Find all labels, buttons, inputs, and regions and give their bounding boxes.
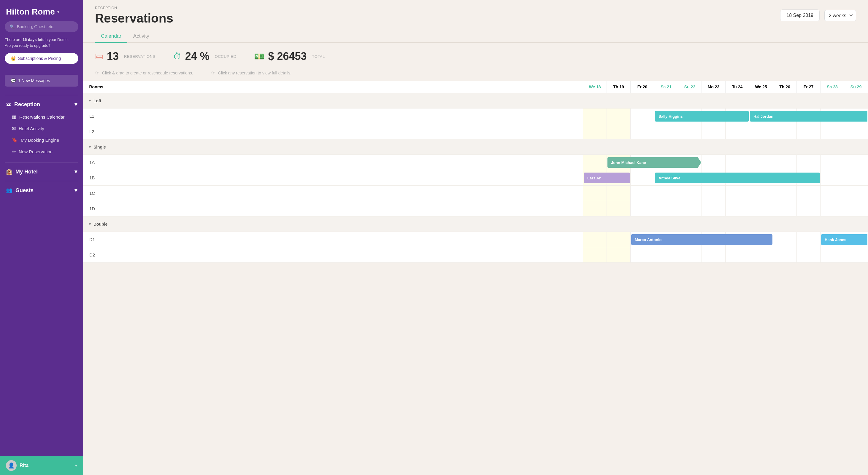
- day-cell[interactable]: [820, 124, 844, 139]
- search-bar[interactable]: 🔍 Booking, Guest, etc.: [5, 21, 79, 32]
- hotel-chevron-icon[interactable]: ▾: [57, 9, 59, 14]
- view-select[interactable]: 2 weeks 1 week 1 month: [825, 10, 856, 21]
- day-cell[interactable]: [607, 201, 630, 216]
- day-cell[interactable]: [678, 185, 702, 201]
- day-cell[interactable]: [844, 124, 868, 139]
- day-cell[interactable]: [725, 124, 749, 139]
- day-cell[interactable]: [654, 201, 678, 216]
- day-cell[interactable]: [702, 155, 725, 170]
- day-cell[interactable]: [654, 185, 678, 201]
- day-cell[interactable]: Hank Jones: [820, 232, 844, 247]
- day-cell[interactable]: [773, 185, 797, 201]
- tab-activity[interactable]: Activity: [127, 30, 155, 43]
- day-cell[interactable]: [654, 124, 678, 139]
- day-cell[interactable]: [773, 232, 797, 247]
- sidebar-item-hotel-activity[interactable]: ✉ Hotel Activity: [0, 123, 83, 134]
- section-header-reception[interactable]: 🛎 Reception ▾: [0, 98, 83, 111]
- day-cell[interactable]: [678, 247, 702, 263]
- day-cell[interactable]: Althea Silva: [654, 170, 678, 185]
- day-cell[interactable]: [820, 185, 844, 201]
- day-cell[interactable]: [678, 201, 702, 216]
- day-cell[interactable]: [725, 201, 749, 216]
- day-cell[interactable]: [583, 108, 607, 124]
- day-cell[interactable]: [630, 108, 654, 124]
- day-cell[interactable]: [844, 170, 868, 185]
- messages-button[interactable]: 💬 1 New Messages: [5, 75, 79, 87]
- day-cell[interactable]: Lars Ar: [583, 170, 607, 185]
- sidebar-item-reservations-calendar[interactable]: ▦ Reservations Calendar: [0, 111, 83, 123]
- reservation-bar[interactable]: Marco Antonio: [631, 234, 772, 245]
- day-cell[interactable]: [607, 185, 630, 201]
- reservation-bar[interactable]: Lars Ar: [584, 173, 630, 183]
- day-cell[interactable]: [725, 247, 749, 263]
- activity-icon: ✉: [12, 126, 16, 131]
- user-menu[interactable]: 👤 Rita ▾: [0, 456, 83, 475]
- day-cell[interactable]: [773, 124, 797, 139]
- day-cell[interactable]: [607, 232, 630, 247]
- day-cell[interactable]: [749, 201, 773, 216]
- day-cell[interactable]: [820, 247, 844, 263]
- reservation-bar[interactable]: John Michael Kane: [608, 157, 701, 168]
- day-cell[interactable]: [607, 247, 630, 263]
- day-cell[interactable]: [797, 124, 820, 139]
- day-cell[interactable]: [583, 247, 607, 263]
- day-cell[interactable]: [749, 185, 773, 201]
- day-cell[interactable]: [702, 201, 725, 216]
- sidebar-item-new-reservation[interactable]: ✏ New Reservation: [0, 146, 83, 158]
- group-chevron-icon[interactable]: ▼: [88, 145, 92, 149]
- day-cell[interactable]: [725, 185, 749, 201]
- day-cell[interactable]: [773, 247, 797, 263]
- day-cell[interactable]: [797, 155, 820, 170]
- section-header-guests[interactable]: 👥 Guests ▾: [0, 183, 83, 197]
- section-header-my-hotel[interactable]: 🏨 My Hotel ▾: [0, 165, 83, 178]
- day-cell[interactable]: [702, 185, 725, 201]
- day-cell[interactable]: [702, 124, 725, 139]
- day-cell[interactable]: John Michael Kane: [607, 155, 630, 170]
- day-cell[interactable]: [583, 201, 607, 216]
- day-cell[interactable]: [607, 108, 630, 124]
- day-cell[interactable]: [844, 155, 868, 170]
- day-cell[interactable]: [844, 247, 868, 263]
- day-cell[interactable]: [630, 247, 654, 263]
- day-cell[interactable]: [583, 232, 607, 247]
- day-cell[interactable]: [583, 185, 607, 201]
- day-cell[interactable]: [820, 170, 844, 185]
- reservation-bar[interactable]: Sally Higgins: [655, 111, 749, 122]
- day-cell[interactable]: [797, 232, 820, 247]
- day-cell[interactable]: [844, 201, 868, 216]
- day-cell[interactable]: [607, 124, 630, 139]
- group-chevron-icon[interactable]: ▼: [88, 222, 92, 226]
- sidebar-item-booking-engine[interactable]: 🔖 My Booking Engine: [0, 134, 83, 146]
- upgrade-button[interactable]: 👑 Subscriptions & Pricing: [5, 53, 79, 64]
- reservation-bar[interactable]: Hank Jones: [821, 234, 867, 245]
- day-cell[interactable]: [678, 124, 702, 139]
- day-cell[interactable]: Sally Higgins: [654, 108, 678, 124]
- group-chevron-icon[interactable]: ▼: [88, 99, 92, 103]
- day-cell[interactable]: [630, 124, 654, 139]
- day-cell[interactable]: [773, 155, 797, 170]
- tab-calendar[interactable]: Calendar: [95, 30, 127, 43]
- day-cell[interactable]: [630, 201, 654, 216]
- day-cell[interactable]: [725, 155, 749, 170]
- day-cell[interactable]: [630, 185, 654, 201]
- day-cell[interactable]: [820, 155, 844, 170]
- day-cell[interactable]: [702, 247, 725, 263]
- reservation-bar[interactable]: Hal Jordan: [750, 111, 867, 122]
- day-cell[interactable]: [820, 201, 844, 216]
- reservation-bar[interactable]: Althea Silva: [655, 173, 820, 183]
- day-cell[interactable]: [773, 201, 797, 216]
- day-cell[interactable]: [797, 201, 820, 216]
- day-cell[interactable]: [583, 124, 607, 139]
- date-picker-button[interactable]: 18 Sep 2019: [780, 9, 819, 21]
- day-cell[interactable]: [749, 124, 773, 139]
- day-cell[interactable]: [797, 185, 820, 201]
- day-cell[interactable]: Hal Jordan: [749, 108, 773, 124]
- day-cell[interactable]: [654, 247, 678, 263]
- day-cell[interactable]: [749, 155, 773, 170]
- day-cell[interactable]: [844, 185, 868, 201]
- day-cell[interactable]: Marco Antonio: [630, 232, 654, 247]
- day-cell[interactable]: [749, 247, 773, 263]
- day-cell[interactable]: [583, 155, 607, 170]
- day-cell[interactable]: [797, 247, 820, 263]
- day-cell[interactable]: [630, 170, 654, 185]
